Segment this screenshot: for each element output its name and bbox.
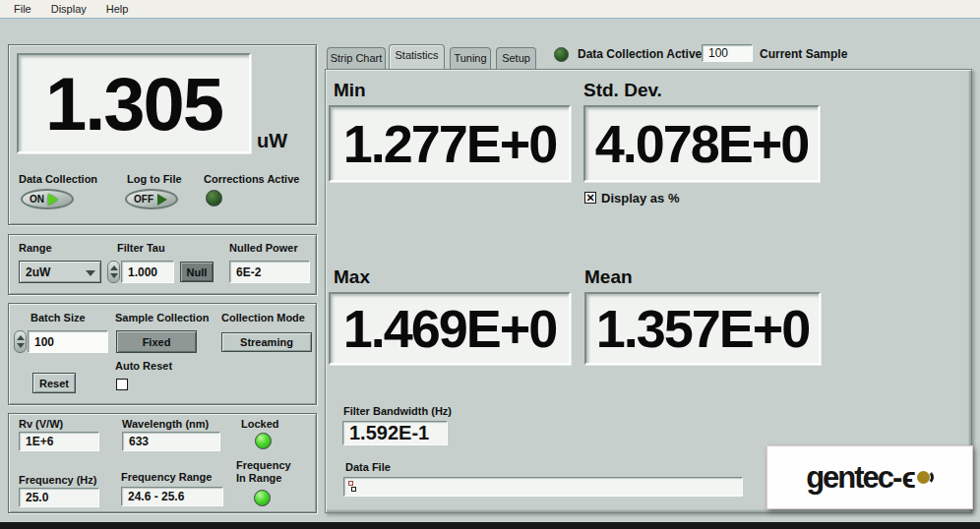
filter-bandwidth-label: Filter Bandwidth (Hz) [343, 405, 452, 417]
toggle-arrow-icon [48, 194, 58, 206]
display-as-pct-checkbox[interactable] [584, 192, 596, 204]
freq-in-range-label-line2: In Range [236, 472, 281, 484]
current-sample-value: 100 [708, 46, 728, 60]
data-file-label: Data File [345, 461, 391, 473]
menu-display[interactable]: Display [42, 1, 95, 18]
power-reading-panel: 1.305 uW Data Collection ON Log to File … [8, 44, 317, 225]
frequency-field: 25.0 [19, 488, 99, 507]
tab-setup[interactable]: Setup [496, 47, 536, 69]
range-label: Range [19, 242, 52, 254]
menu-bar: File Display Help [0, 0, 980, 19]
collection-mode-label: Collection Mode [221, 312, 305, 323]
range-dropdown[interactable]: 2uW [19, 261, 101, 283]
chevron-down-icon [86, 270, 95, 276]
tab-label: Statistics [395, 49, 438, 61]
frequency-range-field: 24.6 - 25.6 [121, 487, 223, 506]
range-value: 2uW [26, 265, 50, 279]
filter-tau-value: 1.000 [128, 265, 157, 279]
min-value: 1.277E+0 [343, 113, 557, 174]
collection-mode-value: Streaming [240, 336, 293, 348]
filter-tau-label: Filter Tau [117, 242, 165, 254]
log-to-file-state: OFF [134, 194, 153, 205]
current-sample-field: 100 [702, 44, 753, 62]
reset-button[interactable]: Reset [32, 373, 76, 393]
application-window: File Display Help 1.305 uW Data Collecti… [0, 0, 980, 529]
spinner-up-icon [17, 335, 25, 340]
power-value: 1.305 [45, 61, 222, 147]
filter-bandwidth-field: 1.592E-1 [342, 421, 448, 445]
menu-help[interactable]: Help [97, 1, 138, 18]
batch-size-label: Batch Size [31, 312, 86, 323]
corrections-active-label: Corrections Active [204, 173, 299, 185]
corrections-active-led [206, 190, 222, 206]
current-sample-label: Current Sample [760, 47, 847, 61]
locked-label: Locked [241, 418, 279, 430]
std-dev-heading: Std. Dev. [583, 80, 662, 101]
data-collection-active-label: Data Collection Active [578, 47, 702, 61]
frequency-range-label: Frequency Range [121, 471, 212, 483]
data-file-path-input[interactable] [343, 477, 743, 497]
data-collection-toggle[interactable]: ON [21, 189, 74, 209]
frequency-value: 25.0 [26, 491, 48, 504]
mean-display: 1.357E+0 [584, 292, 821, 365]
wavelength-field: 633 [122, 432, 220, 451]
auto-reset-checkbox[interactable] [116, 379, 128, 390]
empty-path-icon [348, 481, 357, 494]
wavelength-value: 633 [129, 435, 149, 448]
batch-size-stepper[interactable] [14, 330, 27, 353]
locked-led [255, 433, 272, 449]
max-display: 1.469E+0 [329, 292, 571, 365]
wavelength-label: Wavelength (nm) [122, 418, 209, 430]
statistics-tab-content: Min 1.277E+0 Std. Dev. 4.078E+0 Display … [325, 69, 972, 513]
spinner-down-icon [110, 273, 118, 278]
tab-label: Setup [502, 52, 530, 64]
spinner-down-icon [17, 343, 25, 348]
batch-size-input[interactable]: 100 [28, 330, 108, 353]
std-dev-value: 4.078E+0 [595, 113, 809, 174]
max-value: 1.469E+0 [343, 298, 557, 359]
sample-collection-button[interactable]: Fixed [116, 330, 197, 353]
data-collection-active-led [554, 47, 569, 62]
logo-wordmark: gentec- [806, 460, 900, 496]
max-heading: Max [334, 266, 370, 288]
sample-collection-value: Fixed [143, 336, 171, 348]
log-to-file-label: Log to File [127, 173, 182, 185]
logo-epsilon-glyph: ϵ [901, 461, 915, 495]
tab-tuning[interactable]: Tuning [450, 47, 491, 69]
window-bottom-edge [0, 522, 980, 529]
rv-field: 1E+6 [19, 432, 99, 451]
nulled-power-field: 6E-2 [229, 261, 310, 283]
power-unit-label: uW [257, 130, 287, 152]
rv-label: Rv (V/W) [19, 418, 63, 430]
range-panel: Range 2uW Filter Tau 1.000 Null Nulled P… [8, 234, 317, 295]
frequency-label: Frequency (Hz) [19, 474, 96, 486]
min-heading: Min [334, 80, 366, 101]
data-collection-label: Data Collection [19, 173, 97, 185]
frequency-in-range-led [254, 490, 271, 506]
mean-value: 1.357E+0 [596, 298, 810, 359]
batch-panel: Batch Size 100 Sample Collection Fixed C… [8, 303, 317, 405]
logo-arc [919, 470, 934, 485]
menu-file[interactable]: File [5, 1, 40, 18]
null-button[interactable]: Null [180, 262, 214, 282]
filter-bandwidth-value: 1.592E-1 [349, 422, 429, 444]
collection-mode-button[interactable]: Streaming [221, 332, 312, 352]
nulled-power-label: Nulled Power [229, 242, 298, 254]
freq-in-range-label-line1: Frequency [236, 459, 291, 471]
power-display: 1.305 [17, 53, 251, 153]
gentec-eo-logo: gentec- ϵ [766, 445, 973, 509]
min-display: 1.277E+0 [329, 105, 571, 182]
rv-value: 1E+6 [26, 435, 53, 448]
frequency-range-value: 24.6 - 25.6 [128, 490, 184, 503]
filter-tau-stepper[interactable] [107, 261, 120, 283]
tab-strip-chart[interactable]: Strip Chart [327, 47, 386, 69]
filter-tau-input[interactable]: 1.000 [121, 261, 174, 283]
tab-label: Strip Chart [331, 52, 383, 64]
tab-statistics[interactable]: Statistics [389, 44, 445, 69]
instrument-info-panel: Rv (V/W) 1E+6 Wavelength (nm) 633 Locked… [8, 413, 317, 513]
log-to-file-toggle[interactable]: OFF [125, 189, 178, 209]
auto-reset-label: Auto Reset [115, 360, 172, 372]
display-as-pct-label: Display as % [601, 191, 680, 206]
reset-button-label: Reset [39, 378, 69, 389]
null-button-label: Null [187, 266, 208, 278]
